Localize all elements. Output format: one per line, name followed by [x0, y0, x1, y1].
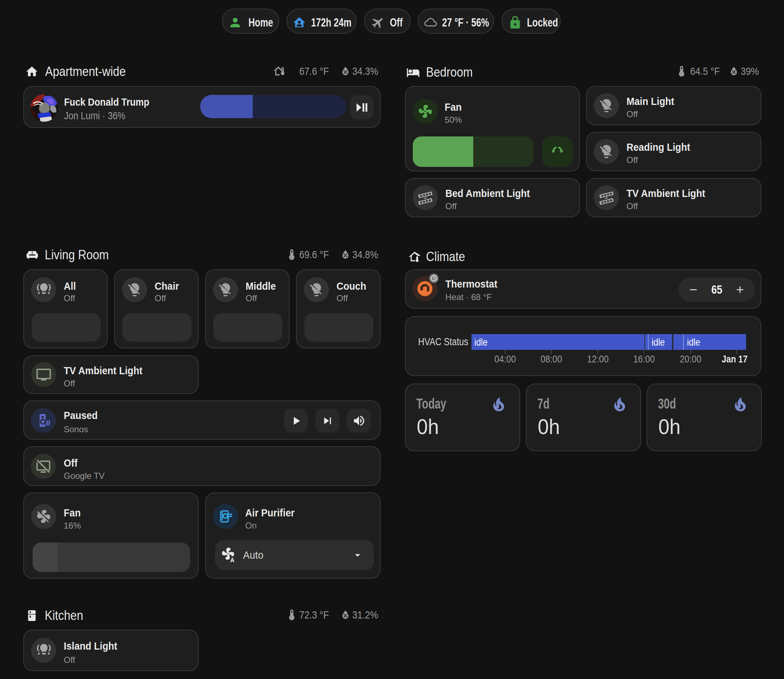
svg-text:idle: idle	[687, 337, 700, 348]
svg-text:idle: idle	[474, 337, 487, 348]
svg-text:HVAC Status: HVAC Status	[418, 336, 468, 347]
svg-text:idle: idle	[651, 337, 665, 348]
svg-text:16:00: 16:00	[633, 354, 655, 365]
svg-text:20:00: 20:00	[680, 354, 701, 365]
svg-text:Jan 17: Jan 17	[722, 354, 748, 365]
svg-text:04:00: 04:00	[494, 354, 516, 365]
svg-text:08:00: 08:00	[540, 354, 562, 365]
svg-text:12:00: 12:00	[587, 354, 609, 365]
